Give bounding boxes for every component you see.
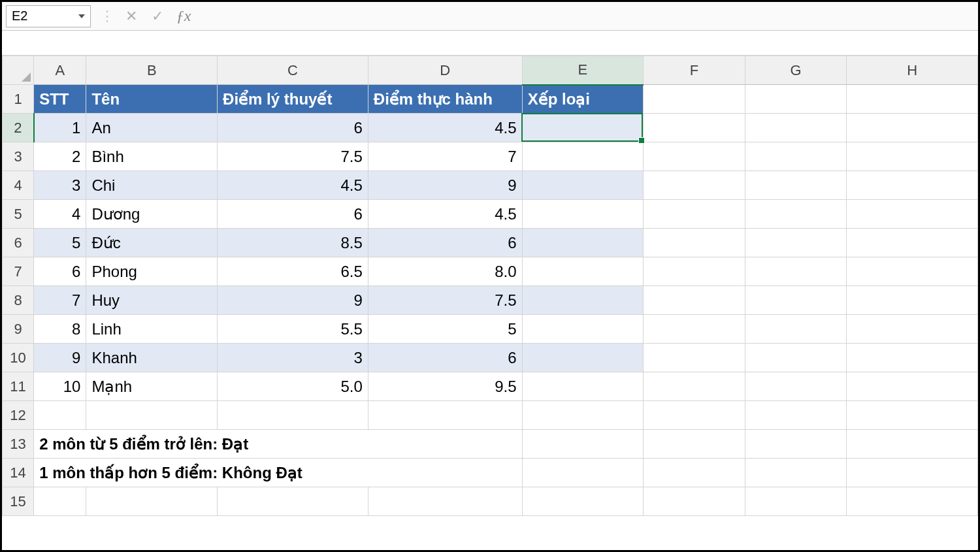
cell-H7[interactable] — [847, 257, 978, 286]
cell-D7[interactable]: 8.0 — [368, 257, 522, 286]
cell-B5[interactable]: Dương — [86, 200, 218, 229]
cell-C5[interactable]: 6 — [218, 200, 368, 229]
name-box[interactable]: E2 — [6, 5, 91, 27]
cell-G5[interactable] — [745, 200, 847, 229]
cell-E6[interactable] — [522, 229, 644, 257]
cell-F12[interactable] — [644, 401, 745, 430]
cell-D8[interactable]: 7.5 — [368, 286, 522, 315]
cell-C10[interactable]: 3 — [218, 344, 368, 372]
col-header-C[interactable]: C — [218, 56, 368, 85]
cell-D3[interactable]: 7 — [368, 142, 522, 171]
cancel-icon[interactable]: ✕ — [118, 5, 144, 27]
cell-C3[interactable]: 7.5 — [218, 142, 368, 171]
cell-A9[interactable]: 8 — [34, 315, 86, 344]
cell-C12[interactable] — [218, 401, 368, 430]
cell-B1[interactable]: Tên — [86, 85, 218, 114]
cell-G13[interactable] — [745, 430, 847, 459]
row-header-3[interactable]: 3 — [3, 142, 34, 171]
row-header-13[interactable]: 13 — [3, 430, 34, 459]
row-header-6[interactable]: 6 — [3, 229, 34, 257]
cell-C2[interactable]: 6 — [218, 114, 368, 142]
cell-G1[interactable] — [745, 85, 847, 114]
row-header-15[interactable]: 15 — [3, 487, 34, 516]
col-header-F[interactable]: F — [644, 56, 745, 85]
row-header-4[interactable]: 4 — [3, 171, 34, 200]
cell-C15[interactable] — [218, 487, 368, 516]
cell-E2[interactable] — [522, 114, 644, 142]
cell-E4[interactable] — [522, 171, 644, 200]
cell-C6[interactable]: 8.5 — [218, 229, 368, 257]
cell-F6[interactable] — [644, 229, 745, 257]
col-header-G[interactable]: G — [745, 56, 847, 85]
cell-H2[interactable] — [847, 114, 978, 142]
cell-E7[interactable] — [522, 257, 644, 286]
cell-F1[interactable] — [644, 85, 745, 114]
chevron-down-icon[interactable] — [78, 14, 85, 18]
cell-A10[interactable]: 9 — [34, 344, 86, 372]
cell-G10[interactable] — [745, 344, 847, 372]
cell-F14[interactable] — [644, 459, 745, 487]
cell-G14[interactable] — [745, 459, 847, 487]
cell-E12[interactable] — [522, 401, 644, 430]
cell-D2[interactable]: 4.5 — [368, 114, 522, 142]
cell-H8[interactable] — [847, 286, 978, 315]
spreadsheet-grid[interactable]: A B C D E F G H 1 STT Tên Điểm lý thuyết — [2, 56, 978, 516]
cell-E11[interactable] — [522, 372, 644, 401]
cell-H12[interactable] — [847, 401, 978, 430]
cell-C9[interactable]: 5.5 — [218, 315, 368, 344]
cell-F15[interactable] — [644, 487, 745, 516]
cell-G4[interactable] — [745, 171, 847, 200]
cell-C11[interactable]: 5.0 — [218, 372, 368, 401]
cell-A1[interactable]: STT — [34, 85, 86, 114]
cell-D11[interactable]: 9.5 — [368, 372, 522, 401]
select-all-corner[interactable] — [3, 56, 34, 85]
cell-D12[interactable] — [368, 401, 522, 430]
cell-G9[interactable] — [745, 315, 847, 344]
cell-B7[interactable]: Phong — [86, 257, 218, 286]
cell-D9[interactable]: 5 — [368, 315, 522, 344]
cell-B8[interactable]: Huy — [86, 286, 218, 315]
cell-E8[interactable] — [522, 286, 644, 315]
cell-E13[interactable] — [522, 430, 644, 459]
row-header-7[interactable]: 7 — [3, 257, 34, 286]
cell-H11[interactable] — [847, 372, 978, 401]
cell-B9[interactable]: Linh — [86, 315, 218, 344]
cell-G12[interactable] — [745, 401, 847, 430]
col-header-E[interactable]: E — [522, 56, 644, 85]
cell-A11[interactable]: 10 — [34, 372, 86, 401]
cell-E3[interactable] — [522, 142, 644, 171]
cell-D10[interactable]: 6 — [368, 344, 522, 372]
cell-D4[interactable]: 9 — [368, 171, 522, 200]
cell-A3[interactable]: 2 — [34, 142, 86, 171]
cell-F3[interactable] — [644, 142, 745, 171]
cell-E9[interactable] — [522, 315, 644, 344]
cell-G11[interactable] — [745, 372, 847, 401]
cell-A12[interactable] — [34, 401, 86, 430]
cell-D1[interactable]: Điểm thực hành — [368, 85, 522, 114]
cell-F8[interactable] — [644, 286, 745, 315]
cell-A2[interactable]: 1 — [34, 114, 86, 142]
cell-G8[interactable] — [745, 286, 847, 315]
row-header-9[interactable]: 9 — [3, 315, 34, 344]
cell-E1[interactable]: Xếp loại — [522, 85, 644, 114]
cell-C1[interactable]: Điểm lý thuyết — [218, 85, 368, 114]
cell-B4[interactable]: Chi — [86, 171, 218, 200]
fx-icon[interactable]: ƒx — [171, 5, 197, 27]
cell-H10[interactable] — [847, 344, 978, 372]
cell-H6[interactable] — [847, 229, 978, 257]
cell-F2[interactable] — [644, 114, 745, 142]
row-header-8[interactable]: 8 — [3, 286, 34, 315]
cell-H3[interactable] — [847, 142, 978, 171]
row-header-11[interactable]: 11 — [3, 372, 34, 401]
formula-input[interactable] — [197, 5, 978, 27]
cell-B6[interactable]: Đức — [86, 229, 218, 257]
cell-B2[interactable]: An — [86, 114, 218, 142]
cell-E14[interactable] — [522, 459, 644, 487]
cell-F5[interactable] — [644, 200, 745, 229]
cell-F11[interactable] — [644, 372, 745, 401]
row-header-5[interactable]: 5 — [3, 200, 34, 229]
col-header-B[interactable]: B — [86, 56, 218, 85]
cell-G7[interactable] — [745, 257, 847, 286]
cell-A5[interactable]: 4 — [34, 200, 86, 229]
row-header-10[interactable]: 10 — [3, 344, 34, 372]
